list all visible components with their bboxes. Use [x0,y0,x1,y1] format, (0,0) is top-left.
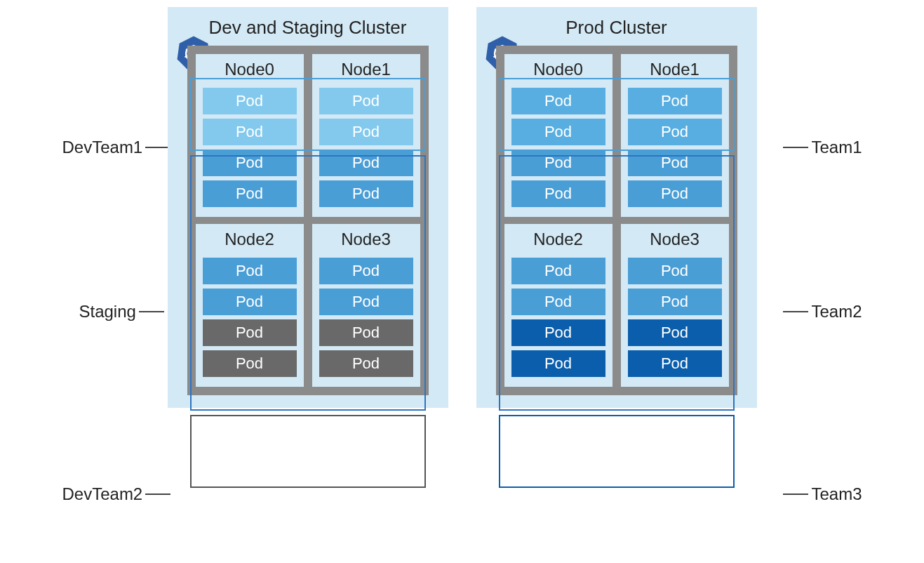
pod: Pod [628,150,722,176]
pod: Pod [203,88,297,114]
node0: Node0 Pod Pod Pod Pod [504,54,612,217]
node1: Node1 Pod Pod Pod Pod [312,54,420,217]
pod: Pod [319,319,413,346]
pod: Pod [319,289,413,315]
node-title: Node3 [312,224,420,253]
node-title: Node0 [196,54,304,84]
node-row-bottom: Node2 Pod Pod Pod Pod Node3 Pod Pod Pod … [196,224,420,387]
node3: Node3 Pod Pod Pod Pod [312,224,420,387]
pod: Pod [203,289,297,315]
pod: Pod [319,258,413,284]
pod: Pod [628,180,722,207]
team-box-team3 [499,415,735,488]
pod: Pod [628,319,722,346]
connector-line [783,147,808,148]
label-text: DevTeam1 [62,138,143,157]
connector-line [145,494,170,495]
connector-line [139,311,164,312]
cluster-dev-staging: Dev and Staging Cluster [168,7,448,408]
node-title: Node2 [504,224,612,253]
grey-box: Node0 Pod Pod Pod Pod Node1 Pod Pod Pod … [496,46,737,395]
pod: Pod [511,150,605,176]
node-title: Node3 [621,224,729,253]
team-box-devteam2 [190,415,426,488]
pod: Pod [319,150,413,176]
pod: Pod [203,180,297,207]
pod: Pod [319,88,413,114]
pod: Pod [319,180,413,207]
connector-line [783,311,808,312]
diagram-root: DevTeam1 Staging DevTeam2 Dev and Stagin… [0,0,924,415]
node2: Node2 Pod Pod Pod Pod [504,224,612,387]
label-text: Staging [79,302,136,322]
connector-line [783,494,808,495]
label-text: Team3 [811,484,862,504]
pod: Pod [203,350,297,377]
node0: Node0 Pod Pod Pod Pod [196,54,304,217]
label-staging: Staging [79,302,167,322]
node-title: Node0 [504,54,612,84]
cluster-wrap-left: DevTeam1 Staging DevTeam2 Dev and Stagin… [62,7,448,408]
pod: Pod [319,350,413,377]
node1: Node1 Pod Pod Pod Pod [621,54,729,217]
label-team1: Team1 [780,138,862,157]
label-devteam2: DevTeam2 [62,484,174,504]
label-text: Team1 [811,138,862,157]
node-title: Node1 [312,54,420,84]
node3: Node3 Pod Pod Pod Pod [621,224,729,387]
grey-box: Node0 Pod Pod Pod Pod Node1 Pod Pod Pod … [187,46,429,395]
label-team2: Team2 [780,302,862,322]
pod: Pod [203,319,297,346]
node2: Node2 Pod Pod Pod Pod [196,224,304,387]
pod: Pod [628,258,722,284]
pod: Pod [511,258,605,284]
node-title: Node1 [621,54,729,84]
label-text: DevTeam2 [62,484,143,504]
pod: Pod [203,150,297,176]
pod: Pod [511,119,605,145]
pod: Pod [628,119,722,145]
pod: Pod [628,350,722,377]
pod: Pod [319,119,413,145]
node-title: Node2 [196,224,304,253]
pod: Pod [511,180,605,207]
pod: Pod [628,289,722,315]
pod: Pod [511,289,605,315]
label-devteam1: DevTeam1 [62,138,174,157]
pod: Pod [511,319,605,346]
node-row-top: Node0 Pod Pod Pod Pod Node1 Pod Pod Pod … [504,54,729,217]
label-team3: Team3 [780,484,862,504]
pod: Pod [511,350,605,377]
pod: Pod [203,119,297,145]
pod: Pod [511,88,605,114]
cluster-wrap-right: Team1 Team2 Team3 Prod Cluster [476,7,862,408]
cluster-prod: Prod Cluster [476,7,757,408]
pod: Pod [203,258,297,284]
pod: Pod [628,88,722,114]
node-row-bottom: Node2 Pod Pod Pod Pod Node3 Pod Pod Pod … [504,224,729,387]
node-row-top: Node0 Pod Pod Pod Pod Node1 Pod Pod Pod … [196,54,420,217]
label-text: Team2 [811,302,862,322]
